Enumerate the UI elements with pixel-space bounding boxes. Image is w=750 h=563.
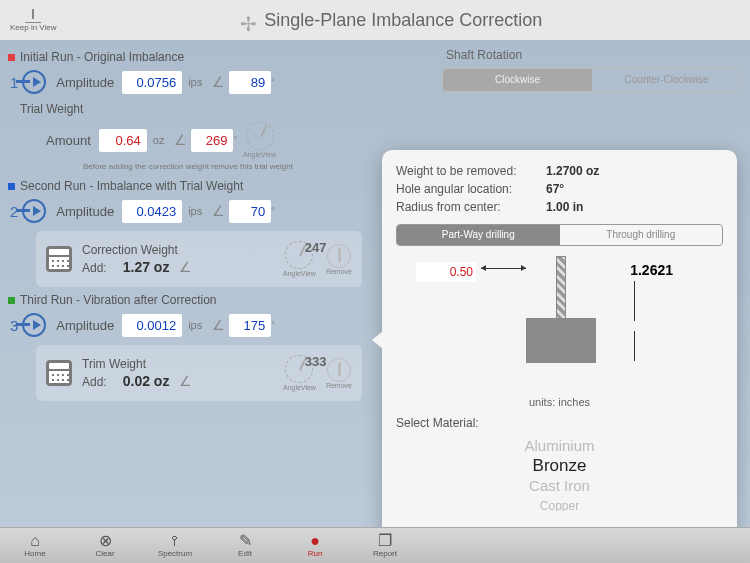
degree-symbol: °: [271, 320, 275, 330]
unit-label: ips: [188, 205, 202, 217]
angle-symbol: ∠: [212, 203, 225, 219]
amplitude-input[interactable]: [122, 71, 182, 94]
run-arrow-icon[interactable]: [22, 313, 46, 337]
keep-in-view-button[interactable]: Keep in View: [10, 9, 57, 32]
picker-item[interactable]: Copper: [396, 496, 723, 511]
crosshair-icon: ✢: [240, 12, 257, 36]
radius-label: Radius from center:: [396, 200, 546, 214]
counter-clockwise-option[interactable]: Counter-Clockwise: [592, 69, 741, 91]
unit-label: ips: [188, 76, 202, 88]
drill-bit-icon: [556, 256, 566, 326]
amplitude-input[interactable]: [122, 314, 182, 337]
edit-icon: ✎: [239, 533, 252, 549]
page-title: Single-Plane Imbalance Correction: [67, 10, 740, 31]
hole-label: Hole angular location:: [396, 182, 546, 196]
green-marker-icon: [8, 297, 15, 304]
angle-symbol: ∠: [212, 74, 225, 90]
third-run-section: Third Run - Vibration after Correction 3…: [8, 293, 362, 337]
degree-symbol: °: [233, 135, 237, 145]
units-label: units: inches: [396, 396, 723, 408]
trim-weight-box: Trim Weight Add: 0.02 oz∠ 333AngleView R…: [36, 345, 362, 401]
keep-in-view-label: Keep in View: [10, 23, 57, 32]
angle-view-button[interactable]: 247AngleView: [283, 241, 316, 277]
correction-weight-box: Correction Weight Add: 1.27 oz∠ 247Angle…: [36, 231, 362, 287]
main-content: Initial Run - Original Imbalance 1 Ampli…: [0, 40, 750, 527]
radius-value: 1.00 in: [546, 200, 583, 214]
material-block-icon: [526, 318, 596, 363]
run-arrow-icon[interactable]: [22, 70, 46, 94]
thickness-dimension-line: [634, 331, 635, 361]
clockwise-option[interactable]: Clockwise: [443, 69, 592, 91]
picker-item-selected[interactable]: Bronze: [396, 456, 723, 476]
run-button[interactable]: ●Run: [280, 528, 350, 563]
add-label: Add:: [82, 261, 107, 275]
part-way-option[interactable]: Part-Way drilling: [397, 225, 560, 245]
bottom-toolbar: ⌂Home ⊗Clear ⫯Spectrum ✎Edit ●Run ❐Repor…: [0, 527, 750, 563]
remove-button[interactable]: Remove: [326, 244, 352, 275]
amplitude-label: Amplitude: [56, 204, 114, 219]
remove-weight-popup: Weight to be removed:1.2700 oz Hole angu…: [382, 150, 737, 540]
report-button[interactable]: ❐Report: [350, 528, 420, 563]
home-icon: ⌂: [30, 533, 40, 549]
material-picker[interactable]: Aluminium Bronze Cast Iron Copper: [396, 436, 723, 511]
trial-angle-input[interactable]: [191, 129, 233, 152]
angle-input[interactable]: [229, 314, 271, 337]
clear-button[interactable]: ⊗Clear: [70, 528, 140, 563]
angle-input[interactable]: [229, 71, 271, 94]
trim-title: Trim Weight: [82, 357, 277, 371]
weight-value: 1.2700 oz: [546, 164, 599, 178]
trial-weight-section: Trial Weight Amount oz ∠ ° AngleView Bef…: [8, 102, 362, 171]
initial-run-section: Initial Run - Original Imbalance 1 Ampli…: [8, 50, 362, 94]
amplitude-label: Amplitude: [56, 75, 114, 90]
close-circle-icon: ⊗: [99, 533, 112, 549]
add-label: Add:: [82, 375, 107, 389]
spectrum-button[interactable]: ⫯Spectrum: [140, 528, 210, 563]
red-marker-icon: [8, 54, 15, 61]
correction-value: 1.27 oz: [123, 259, 170, 275]
shaft-rotation-panel: Shaft Rotation Clockwise Counter-Clockwi…: [442, 48, 742, 92]
drill-diameter-input[interactable]: [416, 262, 476, 282]
amount-label: Amount: [46, 133, 91, 148]
spectrum-mini-icon: [25, 9, 41, 23]
amplitude-input[interactable]: [122, 200, 182, 223]
edit-button[interactable]: ✎Edit: [210, 528, 280, 563]
remove-button[interactable]: Remove: [326, 358, 352, 389]
runs-panel: Initial Run - Original Imbalance 1 Ampli…: [0, 40, 370, 417]
unit-label: ips: [188, 319, 202, 331]
play-circle-icon: ●: [310, 533, 320, 549]
picker-item[interactable]: Aluminium: [396, 436, 723, 456]
calculator-icon: [46, 360, 72, 386]
section-title: Third Run - Vibration after Correction: [20, 293, 217, 307]
home-button[interactable]: ⌂Home: [0, 528, 70, 563]
correction-title: Correction Weight: [82, 243, 277, 257]
trim-value: 0.02 oz: [123, 373, 170, 389]
hole-value: 67°: [546, 182, 564, 196]
angle-input[interactable]: [229, 200, 271, 223]
section-title: Trial Weight: [20, 102, 83, 116]
angle-view-button[interactable]: 333AngleView: [283, 355, 316, 391]
calculator-icon: [46, 246, 72, 272]
amplitude-label: Amplitude: [56, 318, 114, 333]
unit-label: oz: [153, 134, 165, 146]
document-icon: ❐: [378, 533, 392, 549]
diameter-dimension-line: [481, 268, 526, 269]
angle-symbol: ∠: [174, 132, 187, 148]
rotation-label: Shaft Rotation: [446, 48, 742, 62]
depth-dimension-line: [634, 281, 635, 321]
angle-symbol: ∠: [212, 317, 225, 333]
drilling-diagram: 1.2621: [396, 256, 723, 386]
depth-value: 1.2621: [630, 262, 673, 278]
second-run-section: Second Run - Imbalance with Trial Weight…: [8, 179, 362, 223]
picker-item[interactable]: Cast Iron: [396, 476, 723, 496]
through-option[interactable]: Through drilling: [560, 225, 723, 245]
trial-amount-input[interactable]: [99, 129, 147, 152]
run-arrow-icon[interactable]: [22, 199, 46, 223]
degree-symbol: °: [271, 77, 275, 87]
drilling-mode-segmented[interactable]: Part-Way drilling Through drilling: [396, 224, 723, 246]
bars-icon: ⫯: [171, 533, 179, 549]
select-material-label: Select Material:: [396, 416, 723, 430]
angle-view-button[interactable]: AngleView: [243, 122, 276, 158]
weight-label: Weight to be removed:: [396, 164, 546, 178]
section-title: Second Run - Imbalance with Trial Weight: [20, 179, 243, 193]
rotation-segmented-control[interactable]: Clockwise Counter-Clockwise: [442, 68, 742, 92]
